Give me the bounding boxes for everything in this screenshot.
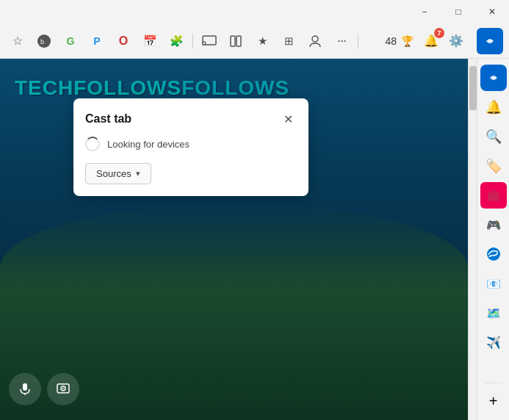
bell-sidebar-icon[interactable]: 🔔 [480,94,507,120]
cast-status-text: Looking for devices [107,139,189,150]
extensions-puzzle-icon[interactable]: 🧩 [165,29,188,53]
add-sidebar-button[interactable]: + [480,388,507,414]
cast-popup-title: Cast tab [85,112,131,126]
toolbar-divider [192,34,193,48]
title-bar-controls: − □ ✕ [408,0,509,23]
favorites-icon[interactable]: ★ [250,29,274,53]
sources-button[interactable]: Sources ▾ [85,163,151,184]
toolbar-divider-2 [358,34,358,48]
maps-sidebar-icon[interactable]: 🗺️ [480,300,507,326]
notification-icon[interactable]: 🔔 7 [419,29,443,53]
opera-icon[interactable]: O [112,29,135,53]
right-sidebar: 🔔 🔍 🏷️ 🎮 📧 🗺️ ✈️ + [477,59,509,420]
minimize-button[interactable]: − [408,0,441,23]
svg-rect-8 [23,383,27,391]
search-sidebar-icon[interactable]: 🔍 [480,123,507,150]
browser-toolbar: ☆ b G P O 📅 🧩 ★ ⊞ ··· 48 🏆 🔔 7 ⚙️ [0,23,509,59]
reader-mode-icon[interactable] [224,29,248,53]
profile-icon[interactable] [303,29,327,53]
cast-popup-header: Cast tab ✕ [85,110,297,128]
bookmark-icon[interactable]: ☆ [6,29,29,53]
overlay-controls [9,373,79,405]
more-options-icon[interactable]: ··· [330,29,353,53]
svg-point-12 [62,388,64,389]
logo-follows: FOLLOWS [181,76,289,99]
bing-icon[interactable]: b [32,29,56,53]
camera-search-button[interactable] [47,373,79,405]
browser-area: TECHFOLLOWSFOLLOWS Cast tab ✕ Looking fo… [0,59,509,420]
collections-icon[interactable]: ⊞ [277,29,300,53]
character-sidebar-icon[interactable]: 🎮 [480,211,507,238]
copilot-icon[interactable] [477,28,503,54]
close-button[interactable]: ✕ [475,0,509,23]
svg-rect-2 [203,36,216,45]
extension2-icon[interactable]: P [85,29,109,53]
cast-close-button[interactable]: ✕ [279,110,297,128]
scrollbar[interactable] [468,59,477,420]
sources-label: Sources [96,168,131,179]
cast-spinner [85,137,100,151]
svg-text:b: b [40,38,44,46]
title-bar: − □ ✕ [0,0,509,23]
cast-status-area: Looking for devices [85,137,297,151]
telegram-sidebar-icon[interactable]: ✈️ [480,329,507,355]
maximize-button[interactable]: □ [441,0,475,23]
scrollbar-thumb[interactable] [469,66,477,110]
sidebar-divider [485,383,502,383]
svg-rect-5 [237,36,241,46]
copilot-sidebar-icon[interactable] [480,65,507,91]
outlook-sidebar-icon[interactable]: 📧 [480,270,507,297]
svg-point-3 [203,44,204,46]
score-value: 48 [385,35,397,47]
cast-popup: Cast tab ✕ Looking for devices Sources ▾ [73,98,308,196]
notification-badge: 7 [434,28,444,38]
chevron-down-icon: ▾ [136,169,140,178]
score-area: 48 🏆 [380,35,418,47]
microphone-button[interactable] [9,373,41,405]
svg-rect-4 [231,36,235,46]
nav-area: 48 🏆 🔔 7 ⚙️ [380,29,471,53]
edge-logo-sidebar-icon[interactable] [480,241,507,267]
page-content: TECHFOLLOWSFOLLOWS Cast tab ✕ Looking fo… [0,59,468,420]
briefcase-sidebar-icon[interactable] [480,182,507,209]
extension1-icon[interactable]: G [59,29,82,53]
svg-point-6 [312,36,318,42]
site-logo: TECHFOLLOWSFOLLOWS [15,76,289,100]
tag-sidebar-icon[interactable]: 🏷️ [480,153,507,179]
logo-tech: TECHFOLLOWS [15,76,181,99]
settings-icon[interactable]: ⚙️ [444,29,468,53]
trophy-icon: 🏆 [401,35,414,47]
cast-icon[interactable] [198,29,221,53]
extension3-icon[interactable]: 📅 [138,29,162,53]
